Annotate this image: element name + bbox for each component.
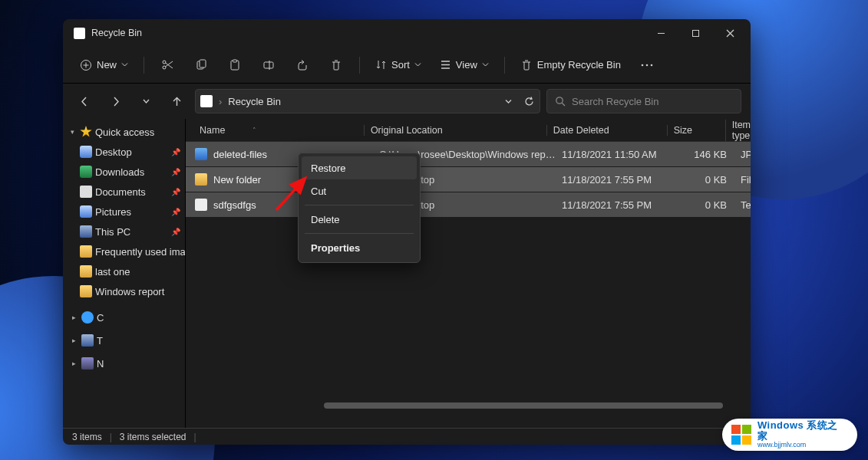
cloud-icon xyxy=(81,311,94,324)
breadcrumb[interactable]: Recycle Bin xyxy=(228,96,498,107)
more-button[interactable] xyxy=(632,52,662,78)
sidebar-item-folder[interactable]: last one xyxy=(63,261,185,281)
folder-icon xyxy=(195,173,207,186)
navigation-pane: ▾ Quick access Desktop📌 Downloads📌 Docum… xyxy=(63,119,186,428)
rename-button[interactable] xyxy=(253,52,284,78)
new-button[interactable]: New xyxy=(72,52,136,78)
chevron-down-icon xyxy=(414,61,421,68)
chevron-down-icon xyxy=(482,61,489,68)
pin-icon: 📌 xyxy=(171,148,180,156)
column-name[interactable]: Name˄ xyxy=(200,125,364,136)
empty-label: Empty Recycle Bin xyxy=(537,59,621,71)
column-date-deleted[interactable]: Date Deleted xyxy=(546,125,667,136)
window-title: Recycle Bin xyxy=(91,28,644,38)
minimize-button[interactable] xyxy=(644,21,678,45)
sidebar-item-drive[interactable]: ▸N xyxy=(63,353,185,373)
rename-icon xyxy=(262,59,275,71)
divider xyxy=(359,57,360,74)
search-icon xyxy=(555,96,566,107)
trash-icon xyxy=(520,59,533,71)
column-original-location[interactable]: Original Location xyxy=(364,125,546,136)
empty-recycle-bin-button[interactable]: Empty Recycle Bin xyxy=(513,52,629,78)
clipboard-icon xyxy=(229,59,241,71)
forward-button[interactable] xyxy=(103,89,127,113)
divider xyxy=(144,57,144,74)
share-button[interactable] xyxy=(287,52,318,78)
list-icon xyxy=(440,59,451,71)
status-item-count: 3 items xyxy=(72,432,102,442)
folder-icon xyxy=(80,285,92,297)
recent-button[interactable] xyxy=(134,89,158,113)
search-placeholder: Search Recycle Bin xyxy=(572,96,658,107)
svg-rect-15 xyxy=(264,62,273,68)
sidebar-item-desktop[interactable]: Desktop📌 xyxy=(63,142,185,162)
dots-icon xyxy=(641,64,653,67)
delete-button[interactable] xyxy=(321,52,351,78)
chevron-down-icon: ▾ xyxy=(68,128,77,136)
chevron-down-icon[interactable] xyxy=(504,97,513,106)
file-list: deleted-files C:\Users\rosee\Desktop\Win… xyxy=(186,142,751,428)
sidebar-item-folder[interactable]: Windows report xyxy=(63,281,185,301)
divider: | xyxy=(194,432,196,442)
address-bar-row: › Recycle Bin Search Recycle Bin xyxy=(63,84,751,119)
svg-rect-14 xyxy=(233,60,237,62)
sidebar-quick-access[interactable]: ▾ Quick access xyxy=(63,122,185,142)
plus-circle-icon xyxy=(80,59,92,71)
horizontal-scrollbar[interactable] xyxy=(318,400,751,411)
close-button[interactable] xyxy=(713,21,748,45)
file-row[interactable]: New folder see\Desktop 11/18/2021 7:55 P… xyxy=(186,167,751,192)
svg-rect-12 xyxy=(200,60,206,67)
paste-button[interactable] xyxy=(219,52,250,78)
scrollbar-thumb[interactable] xyxy=(324,402,723,409)
sidebar-label: Quick access xyxy=(95,127,154,138)
context-properties[interactable]: Properties xyxy=(302,236,417,259)
column-item-type[interactable]: Item type xyxy=(725,120,751,141)
status-selected-count: 3 items selected xyxy=(120,432,186,442)
context-cut[interactable]: Cut xyxy=(302,179,417,202)
sidebar-item-drive[interactable]: ▸T xyxy=(63,330,185,350)
search-input[interactable]: Search Recycle Bin xyxy=(546,89,741,113)
pin-icon: 📌 xyxy=(171,168,180,176)
column-size[interactable]: Size xyxy=(667,125,725,136)
context-delete[interactable]: Delete xyxy=(302,208,417,231)
view-button[interactable]: View xyxy=(432,52,497,78)
divider: | xyxy=(110,432,112,442)
windows-logo-icon xyxy=(731,425,751,445)
svg-point-21 xyxy=(646,64,649,66)
sidebar-item-downloads[interactable]: Downloads📌 xyxy=(63,162,185,182)
network-icon xyxy=(81,357,94,370)
file-row[interactable]: sdfgsdfgs see\Desktop 11/18/2021 7:55 PM… xyxy=(186,192,751,218)
up-button[interactable] xyxy=(164,89,189,113)
pictures-icon xyxy=(80,205,92,218)
file-row[interactable]: deleted-files C:\Users\rosee\Desktop\Win… xyxy=(186,142,751,167)
copy-icon xyxy=(195,59,207,71)
svg-point-24 xyxy=(556,97,563,104)
maximize-button[interactable] xyxy=(678,21,713,45)
copy-button[interactable] xyxy=(186,52,216,78)
divider xyxy=(305,233,414,234)
context-restore[interactable]: Restore xyxy=(302,156,417,179)
address-bar[interactable]: › Recycle Bin xyxy=(195,89,540,113)
chevron-down-icon xyxy=(121,61,128,68)
sidebar-item-this-pc[interactable]: This PC📌 xyxy=(63,222,185,242)
share-icon xyxy=(296,59,309,71)
sidebar-item-drive[interactable]: ▸C xyxy=(63,307,185,327)
cut-button[interactable] xyxy=(152,52,183,78)
folder-icon xyxy=(80,265,92,278)
watermark-title: Windows 系统之家 xyxy=(757,420,848,442)
svg-line-25 xyxy=(562,103,565,106)
sidebar-item-folder[interactable]: Frequently used images xyxy=(63,242,185,261)
recycle-bin-icon xyxy=(74,28,85,39)
chevron-right-icon: ▸ xyxy=(69,314,78,321)
back-button[interactable] xyxy=(72,89,97,113)
star-icon xyxy=(80,126,92,138)
desktop-icon xyxy=(80,146,92,158)
refresh-icon[interactable] xyxy=(523,96,535,107)
scissors-icon xyxy=(161,58,174,71)
sort-button[interactable]: Sort xyxy=(368,52,429,78)
documents-icon xyxy=(80,186,92,198)
sidebar-item-pictures[interactable]: Pictures📌 xyxy=(63,202,185,222)
sidebar-item-documents[interactable]: Documents📌 xyxy=(63,182,185,202)
titlebar[interactable]: Recycle Bin xyxy=(63,19,751,47)
pin-icon: 📌 xyxy=(171,228,180,236)
